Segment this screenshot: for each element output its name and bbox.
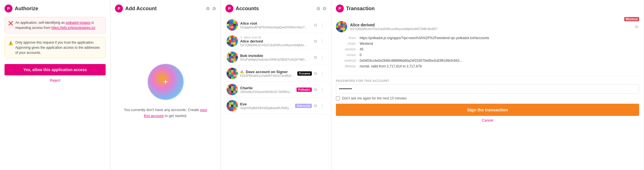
tx-from-label: from: [336, 35, 359, 41]
allow-button[interactable]: Yes, allow this application access: [5, 64, 106, 75]
svg-rect-161: [343, 21, 345, 23]
tx-version-value: 45: [359, 46, 639, 52]
create-account-link[interactable]: your first account: [144, 108, 207, 118]
svg-rect-163: [336, 23, 338, 26]
bob-copy[interactable]: ⧉: [313, 54, 318, 60]
charlie-copy[interactable]: ⧉: [313, 87, 318, 93]
charlie-menu[interactable]: ⋮: [319, 87, 325, 92]
alice-root-menu[interactable]: ⋮: [319, 22, 325, 28]
svg-rect-85: [227, 70, 229, 72]
tx-nonce-value: 0: [359, 52, 639, 58]
dave-menu[interactable]: ⋮: [319, 71, 325, 76]
svg-rect-41: [233, 40, 236, 42]
svg-rect-149: [231, 107, 233, 109]
svg-rect-124: [233, 91, 236, 93]
add-account-avatar[interactable]: +: [147, 63, 184, 100]
svg-rect-66: [231, 56, 233, 58]
alice-derived-menu[interactable]: ⋮: [319, 38, 325, 44]
alice-derived-copy[interactable]: ⧉: [313, 38, 318, 44]
svg-rect-117: [229, 88, 231, 91]
svg-rect-103: [233, 77, 236, 79]
svg-rect-169: [338, 26, 340, 28]
dave-name: ✍ Dave account on Signer: [240, 70, 295, 74]
svg-rect-121: [227, 91, 229, 93]
warning-icon: ⚠️: [8, 40, 13, 46]
svg-rect-69: [227, 58, 229, 61]
svg-rect-118: [231, 88, 233, 91]
accounts-settings-icon[interactable]: ⚙: [316, 6, 320, 11]
svg-rect-52: [236, 44, 238, 47]
alice-derived-parent-label: Alice root #0: [244, 36, 261, 39]
svg-rect-113: [231, 86, 233, 88]
bob-avatar: [227, 52, 238, 63]
svg-rect-65: [229, 56, 231, 58]
svg-rect-98: [233, 75, 236, 77]
svg-rect-9: [233, 22, 236, 24]
cancel-link[interactable]: Cancel: [336, 118, 639, 122]
svg-rect-141: [236, 102, 238, 105]
sign-button[interactable]: Sign the transaction: [336, 104, 639, 116]
svg-rect-36: [233, 38, 236, 40]
tx-chain-label: chain: [336, 41, 359, 46]
tx-from-value: https://polkadot.js.org/apps/?rpc=wss%3A…: [359, 35, 639, 41]
svg-rect-153: [229, 109, 231, 111]
alice-derived-name: Alice derived: [240, 39, 311, 43]
derived-arrow-icon: ↳: [240, 35, 243, 39]
svg-rect-107: [229, 84, 231, 86]
svg-rect-25: [236, 28, 238, 31]
accounts-header: P Accounts ⚙ ⚙: [225, 5, 327, 12]
ipfs-link[interactable]: https://ipfs.io/ipns/dotapps.io/: [51, 26, 95, 30]
svg-rect-111: [227, 86, 229, 88]
svg-rect-16: [227, 26, 229, 28]
svg-rect-32: [236, 35, 238, 38]
svg-rect-126: [227, 93, 229, 95]
gear-icon[interactable]: ⚙: [212, 6, 216, 11]
polkadotjs-link[interactable]: polkadot-js/apps: [66, 21, 90, 25]
svg-rect-20: [236, 26, 238, 28]
tx-account-copy[interactable]: ⧉: [634, 24, 639, 30]
svg-rect-28: [227, 35, 229, 38]
svg-rect-177: [345, 28, 347, 30]
svg-rect-140: [233, 102, 236, 105]
svg-rect-21: [227, 28, 229, 31]
account-item-dave: ✍ Dave account on Signer EDtJPB6ufrEeyXa…: [225, 65, 327, 82]
svg-rect-84: [236, 68, 238, 70]
account-item-bob: Bob invisible 5GnFwWgh2onkmbcX8NFdZ9Et67…: [225, 49, 327, 65]
account-item-charlie: Charlie 16Rxe8uX1KqoxhNhSb1G74sRBnc7EAEZ…: [225, 82, 327, 98]
svg-rect-95: [227, 75, 229, 77]
eve-copy[interactable]: ⧉: [313, 103, 318, 109]
accounts-icons: ⚙ ⚙: [316, 6, 327, 11]
tx-chain-row: chain Westend: [336, 41, 639, 46]
bob-menu[interactable]: ⋮: [319, 54, 325, 60]
dave-copy[interactable]: ⧉: [313, 71, 318, 76]
charlie-info: Charlie 16Rxe8uX1KqoxhNhSb1G74sRBnc7EAEZ…: [240, 86, 294, 94]
svg-rect-30: [231, 35, 233, 38]
svg-rect-122: [229, 91, 231, 93]
svg-rect-24: [233, 28, 236, 31]
svg-rect-155: [233, 109, 236, 111]
remember-checkbox[interactable]: [336, 96, 340, 100]
svg-rect-93: [233, 72, 236, 75]
svg-rect-91: [229, 72, 231, 75]
svg-rect-92: [231, 72, 233, 75]
settings-icon[interactable]: ⚙: [206, 6, 210, 11]
svg-rect-134: [231, 100, 233, 102]
alice-root-copy[interactable]: ⧉: [313, 22, 318, 28]
svg-rect-109: [233, 84, 236, 86]
svg-rect-116: [227, 88, 229, 91]
svg-rect-154: [231, 109, 233, 111]
svg-rect-180: [340, 30, 343, 32]
svg-rect-75: [229, 61, 231, 63]
password-input[interactable]: [336, 84, 639, 94]
accounts-gear-icon[interactable]: ⚙: [323, 6, 327, 11]
svg-rect-110: [236, 84, 238, 86]
transaction-panel: P Transaction Westend: [331, 0, 644, 170]
charlie-address: 16Rxe8uX1KqoxhNhSb1G74sRBnc7EAEZPJmgvpw5…: [240, 90, 294, 94]
svg-rect-148: [229, 107, 231, 109]
svg-rect-89: [236, 70, 238, 72]
reject-link[interactable]: Reject: [5, 78, 106, 82]
svg-rect-81: [229, 68, 231, 70]
eve-menu[interactable]: ⋮: [319, 103, 325, 109]
svg-rect-130: [236, 93, 238, 95]
svg-rect-182: [345, 30, 347, 32]
